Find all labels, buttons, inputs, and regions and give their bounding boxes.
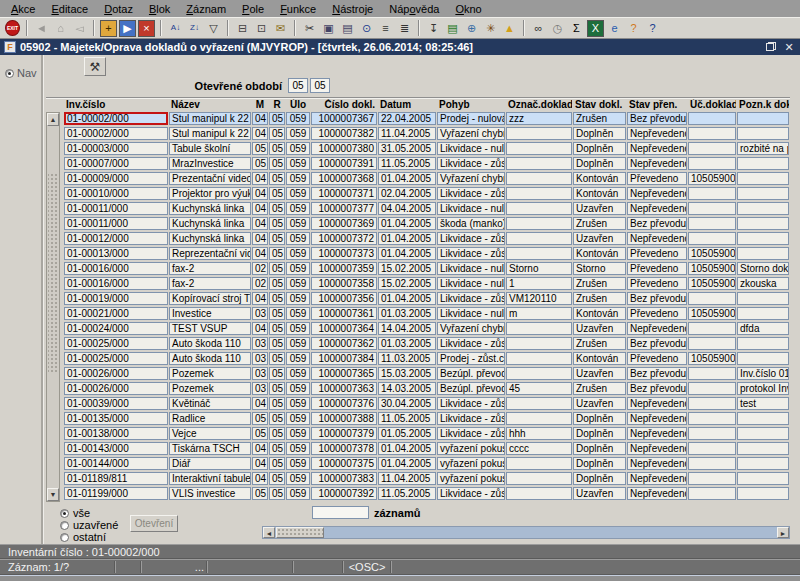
field-uc-doklad[interactable]: 1050590002 xyxy=(688,262,736,275)
field-oznac-dokladu[interactable]: 1 xyxy=(506,277,572,290)
field-ulo[interactable]: 059 xyxy=(286,397,310,410)
field-pozn-k-dokl[interactable] xyxy=(737,472,789,485)
field-nazev[interactable]: Radlice xyxy=(169,412,251,425)
field-stav-dokl[interactable]: Doplněn xyxy=(573,157,626,170)
settings-wheel-icon[interactable]: ✳ xyxy=(482,20,499,37)
field-ulo[interactable]: 059 xyxy=(286,262,310,275)
field-datum[interactable]: 11.04.2005 xyxy=(378,472,436,485)
field-uc-doklad[interactable] xyxy=(688,292,736,305)
field-r[interactable]: 05 xyxy=(269,217,285,230)
field-cislo-dokl[interactable]: 1000007382 xyxy=(311,127,377,140)
open-period-button[interactable]: Otevření xyxy=(130,515,178,532)
field-uc-doklad[interactable] xyxy=(688,412,736,425)
field-nazev[interactable]: Vejce xyxy=(169,427,251,440)
field-nazev[interactable]: Prezentační video-p xyxy=(169,172,251,185)
field-inv-cislo[interactable]: 01-01199/000 xyxy=(64,487,168,500)
field-pohyb[interactable]: Prodej - zůst.cena xyxy=(437,352,505,365)
field-m[interactable]: 03 xyxy=(252,337,268,350)
field-r[interactable]: 05 xyxy=(269,322,285,335)
field-m[interactable]: 02 xyxy=(252,277,268,290)
field-r[interactable]: 05 xyxy=(269,262,285,275)
field-stav-dokl[interactable]: Doplněn xyxy=(573,442,626,455)
field-pozn-k-dokl[interactable] xyxy=(737,442,789,455)
field-inv-cislo[interactable]: 01-00039/000 xyxy=(64,397,168,410)
field-r[interactable]: 05 xyxy=(269,232,285,245)
field-stav-dokl[interactable]: Uzavřen xyxy=(573,202,626,215)
field-oznac-dokladu[interactable] xyxy=(506,412,572,425)
field-nazev[interactable]: Diář xyxy=(169,457,251,470)
period-year-field[interactable]: 05 xyxy=(310,78,330,93)
field-pohyb[interactable]: Likvidace - zůst.c xyxy=(437,412,505,425)
field-datum[interactable]: 11.05.2005 xyxy=(378,487,436,500)
field-cislo-dokl[interactable]: 1000007375 xyxy=(311,457,377,470)
field-cislo-dokl[interactable]: 1000007388 xyxy=(311,412,377,425)
field-ulo[interactable]: 059 xyxy=(286,217,310,230)
field-oznac-dokladu[interactable] xyxy=(506,457,572,470)
field-nazev[interactable]: Auto škoda 110 xyxy=(169,337,251,350)
list-icon[interactable]: ≡ xyxy=(377,20,394,37)
field-ulo[interactable]: 059 xyxy=(286,412,310,425)
field-uc-doklad[interactable]: 1050590007 xyxy=(688,172,736,185)
field-stav-dokl[interactable]: Doplněn xyxy=(573,457,626,470)
field-cislo-dokl[interactable]: 1000007379 xyxy=(311,427,377,440)
field-nazev[interactable]: Pozemek xyxy=(169,367,251,380)
field-datum[interactable]: 01.04.2005 xyxy=(378,457,436,470)
field-pohyb[interactable]: Likvidace - nulová xyxy=(437,277,505,290)
field-datum[interactable]: 02.04.2005 xyxy=(378,187,436,200)
field-nazev[interactable]: Kuchynská linka xyxy=(169,202,251,215)
field-cislo-dokl[interactable]: 1000007376 xyxy=(311,397,377,410)
field-stav-dokl[interactable]: Zrušen xyxy=(573,217,626,230)
period-month-field[interactable]: 05 xyxy=(288,78,308,93)
field-pozn-k-dokl[interactable] xyxy=(737,487,789,500)
field-pohyb[interactable]: Vyřazení chybně xyxy=(437,127,505,140)
field-nazev[interactable]: Projektor pro výuku xyxy=(169,187,251,200)
field-stav-dokl[interactable]: Doplněn xyxy=(573,412,626,425)
field-oznac-dokladu[interactable]: VM120110 xyxy=(506,292,572,305)
field-oznac-dokladu[interactable]: Storno xyxy=(506,262,572,275)
field-m[interactable]: 04 xyxy=(252,247,268,260)
nav-toggle[interactable]: Nav xyxy=(5,67,37,79)
filter-icon[interactable]: ▽ xyxy=(205,20,222,37)
field-nazev[interactable]: Kuchynská linka xyxy=(169,232,251,245)
field-r[interactable]: 05 xyxy=(269,112,285,125)
field-pozn-k-dokl[interactable] xyxy=(737,337,789,350)
field-m[interactable]: 03 xyxy=(252,307,268,320)
field-nazev[interactable]: Reprezentační vide xyxy=(169,247,251,260)
field-nazev[interactable]: fax-2 xyxy=(169,262,251,275)
field-cislo-dokl[interactable]: 1000007371 xyxy=(311,187,377,200)
scroll-left-button[interactable]: ◄ xyxy=(263,527,275,538)
field-stav-pren[interactable]: Převedeno xyxy=(627,262,687,275)
menu-nástroje[interactable]: Nástroje xyxy=(325,2,380,16)
field-stav-dokl[interactable]: Kontován xyxy=(573,172,626,185)
field-cislo-dokl[interactable]: 1000007373 xyxy=(311,247,377,260)
field-r[interactable]: 05 xyxy=(269,247,285,260)
field-r[interactable]: 05 xyxy=(269,142,285,155)
delete-record-icon[interactable]: × xyxy=(138,20,155,37)
field-r[interactable]: 05 xyxy=(269,427,285,440)
field-stav-pren[interactable]: Nepřevedeno xyxy=(627,442,687,455)
field-ulo[interactable]: 059 xyxy=(286,382,310,395)
insert-record-icon[interactable]: + xyxy=(100,20,117,37)
field-pohyb[interactable]: vyřazení pokusu xyxy=(437,457,505,470)
execute-query-icon[interactable]: ▶ xyxy=(119,20,136,37)
field-m[interactable]: 04 xyxy=(252,322,268,335)
field-datum[interactable]: 01.04.2005 xyxy=(378,442,436,455)
field-inv-cislo[interactable]: 01-00135/000 xyxy=(64,412,168,425)
field-datum[interactable]: 22.04.2005 xyxy=(378,112,436,125)
field-cislo-dokl[interactable]: 1000007372 xyxy=(311,232,377,245)
field-datum[interactable]: 04.04.2005 xyxy=(378,202,436,215)
field-r[interactable]: 05 xyxy=(269,157,285,170)
field-r[interactable]: 05 xyxy=(269,352,285,365)
field-uc-doklad[interactable] xyxy=(688,457,736,470)
field-oznac-dokladu[interactable] xyxy=(506,352,572,365)
field-stav-dokl[interactable]: Storno xyxy=(573,262,626,275)
field-ulo[interactable]: 059 xyxy=(286,322,310,335)
field-nazev[interactable]: Stul manipul k 22 xyxy=(169,112,251,125)
field-oznac-dokladu[interactable] xyxy=(506,247,572,260)
print-setup-icon[interactable]: ⊡ xyxy=(253,20,270,37)
scroll-up-button[interactable]: ▲ xyxy=(47,113,59,126)
field-r[interactable]: 05 xyxy=(269,172,285,185)
question-icon[interactable]: ? xyxy=(644,20,661,37)
field-r[interactable]: 05 xyxy=(269,367,285,380)
horizontal-scrollbar[interactable]: ◄ ► xyxy=(262,526,790,539)
